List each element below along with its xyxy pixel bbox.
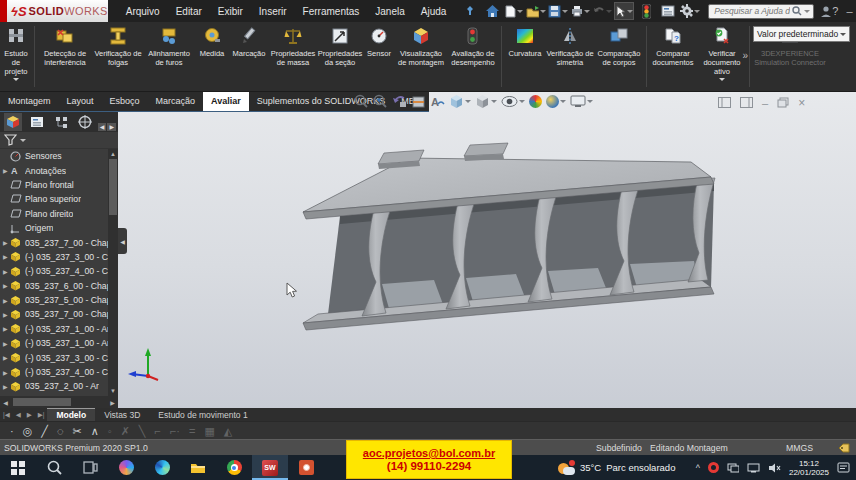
ribbon-overflow-icon[interactable]: » xyxy=(742,50,748,61)
scroll-left-icon[interactable]: ◀ xyxy=(0,399,11,406)
home-icon[interactable] xyxy=(482,2,502,20)
previous-view-icon[interactable] xyxy=(392,94,407,109)
ribbon-comparacao-de-corpos[interactable]: Comparação de corpos xyxy=(594,22,644,91)
tree-item-anotacoes[interactable]: ▶AAnotações xyxy=(0,163,108,177)
pin-menu-icon[interactable] xyxy=(460,2,480,20)
tree-item-plano-direito[interactable]: Plano direito xyxy=(0,207,108,221)
search-input[interactable] xyxy=(712,5,792,17)
property-manager-tab[interactable] xyxy=(28,113,46,131)
apply-scene-icon[interactable] xyxy=(546,95,566,108)
menu-janela[interactable]: Janela xyxy=(367,2,412,21)
dimxpert-manager-tab[interactable] xyxy=(76,113,94,131)
help-search-box[interactable] xyxy=(708,4,814,19)
banner-email[interactable]: aoc.projetos@bol.com.br xyxy=(363,447,495,459)
search-caret-icon[interactable] xyxy=(804,10,810,16)
ribbon-alinhamento-de-furos[interactable]: Alinhamento de furos xyxy=(143,22,195,91)
expand-icon[interactable]: ▶ xyxy=(3,340,10,347)
new-document-icon[interactable] xyxy=(504,2,524,20)
ribbon-comparar-documentos[interactable]: ? Comparar documentos xyxy=(649,22,697,91)
user-account-icon[interactable] xyxy=(820,2,832,20)
tab-avaliar[interactable]: Avaliar xyxy=(203,92,249,111)
tree-item-component[interactable]: ▶035_237_7_00 - Chap xyxy=(0,307,108,321)
preset-dropdown[interactable]: Valor predeterminado xyxy=(753,26,850,42)
filter-funnel-icon[interactable] xyxy=(4,134,17,146)
scroll-up-icon[interactable]: ▲ xyxy=(108,149,118,159)
menu-editar[interactable]: Editar xyxy=(168,2,210,21)
scroll-right-icon[interactable]: ▶ xyxy=(107,399,118,406)
tag-icon[interactable] xyxy=(838,443,850,453)
graphics-viewport[interactable] xyxy=(118,92,856,408)
taskbar-weather[interactable]: 35°C Parc ensolarado xyxy=(558,455,675,480)
panel-collapse-handle[interactable]: ◀ xyxy=(118,228,127,254)
tree-item-component[interactable]: ▶035_237_5_00 - Chap xyxy=(0,293,108,307)
view-orientation-icon[interactable] xyxy=(449,94,471,109)
menu-arquivo[interactable]: Arquivo xyxy=(118,2,168,21)
expand-icon[interactable]: ▶ xyxy=(3,354,10,361)
rebuild-traffic-light-icon[interactable] xyxy=(636,2,656,20)
expand-icon[interactable]: ▶ xyxy=(3,253,10,260)
tree-item-component[interactable]: ▶035_237_2_00 - Ar xyxy=(0,379,108,393)
tree-horizontal-scrollbar[interactable]: ◀ ▶ xyxy=(0,396,118,408)
task-view-icon[interactable] xyxy=(72,455,108,480)
file-explorer-icon[interactable] xyxy=(180,455,216,480)
doc-restore-icon[interactable] xyxy=(777,94,789,112)
tab-nav-prev-icon[interactable]: ◀ xyxy=(13,411,24,419)
tree-item-plano-frontal[interactable]: Plano frontal xyxy=(0,178,108,192)
print-icon[interactable] xyxy=(570,2,590,20)
tree-item-component[interactable]: ▶035_237_7_00 - Chap xyxy=(0,235,108,249)
pane-left-icon[interactable] xyxy=(718,94,731,112)
ribbon-sensor[interactable]: Sensor xyxy=(363,22,395,91)
sketch-line-icon[interactable]: ╱ xyxy=(41,423,48,439)
tree-item-plano-superior[interactable]: Plano superior xyxy=(0,192,108,206)
recording-icon[interactable] xyxy=(708,462,719,473)
view-settings-icon[interactable] xyxy=(570,95,593,108)
sketch-fillet-icon[interactable]: ∧ xyxy=(91,423,99,439)
expand-icon[interactable]: ▶ xyxy=(3,369,10,376)
menu-inserir[interactable]: Inserir xyxy=(251,2,295,21)
sketch-arc-icon[interactable]: ◌ xyxy=(57,423,64,439)
options-list-icon[interactable] xyxy=(658,2,678,20)
doc-close-icon[interactable]: × xyxy=(798,96,805,110)
tab-nav-first-icon[interactable]: |◀ xyxy=(0,411,13,419)
panel-tab-scroll-left-icon[interactable]: ◀ xyxy=(98,123,107,131)
open-document-icon[interactable] xyxy=(526,2,546,20)
copilot-icon[interactable] xyxy=(108,455,144,480)
featuremanager-tree-tab[interactable] xyxy=(4,113,22,131)
tray-window-icon[interactable] xyxy=(727,459,739,477)
tree-item-component[interactable]: ▶(-) 035_237_1_00 - Ar xyxy=(0,322,108,336)
expand-icon[interactable]: ▶ xyxy=(3,268,10,275)
edge-icon[interactable] xyxy=(144,455,180,480)
hide-show-items-icon[interactable] xyxy=(501,95,525,108)
ribbon-verificar-documento-ativo[interactable]: Verificar documento ativo xyxy=(697,22,747,91)
tree-item-component[interactable]: ▶(-) 035_237_3_00 - Ch xyxy=(0,250,108,264)
units-label[interactable]: MMGS xyxy=(786,443,813,453)
menu-ferramentas[interactable]: Ferramentas xyxy=(295,2,368,21)
menu-ajuda[interactable]: Ajuda xyxy=(413,2,455,21)
tab-layout[interactable]: Layout xyxy=(59,92,102,111)
ribbon-visualizacao-de-montagem[interactable]: Visualização de montagem xyxy=(395,22,447,91)
tab-marcacao[interactable]: Marcação xyxy=(148,92,204,111)
menu-exibir[interactable]: Exibir xyxy=(210,2,251,21)
ribbon-curvatura[interactable]: Curvatura xyxy=(504,22,546,91)
expand-icon[interactable]: ▶ xyxy=(3,297,10,304)
tree-item-origem[interactable]: Origem xyxy=(0,221,108,235)
tree-item-component[interactable]: ▶(-) 035_237_1_00 - Ar xyxy=(0,336,108,350)
powerpoint-icon[interactable] xyxy=(288,455,324,480)
volume-muted-icon[interactable] xyxy=(768,459,781,477)
ribbon-avaliacao-de-desempenho[interactable]: Avaliação de desempenho xyxy=(447,22,499,91)
scrollbar-thumb[interactable] xyxy=(13,398,71,406)
undo-icon[interactable] xyxy=(592,2,612,20)
ribbon-verificacao-de-simetria[interactable]: Verificação de simetria xyxy=(546,22,594,91)
zoom-to-area-icon[interactable] xyxy=(373,94,388,109)
start-button[interactable] xyxy=(0,455,36,480)
settings-gear-icon[interactable] xyxy=(680,2,700,20)
edit-appearance-icon[interactable] xyxy=(529,95,542,108)
ribbon-deteccao-de-interferencia[interactable]: Detecção de interferência xyxy=(37,22,93,91)
expand-icon[interactable]: ▶ xyxy=(3,325,10,332)
sketch-circle-icon[interactable]: ◎ xyxy=(23,423,33,439)
expand-icon[interactable]: ▶ xyxy=(3,167,10,174)
scrollbar-thumb[interactable] xyxy=(109,159,117,215)
tab-montagem[interactable]: Montagem xyxy=(0,92,59,111)
expand-icon[interactable]: ▶ xyxy=(3,239,10,246)
solidworks-taskbar-icon[interactable]: SW xyxy=(252,455,288,480)
